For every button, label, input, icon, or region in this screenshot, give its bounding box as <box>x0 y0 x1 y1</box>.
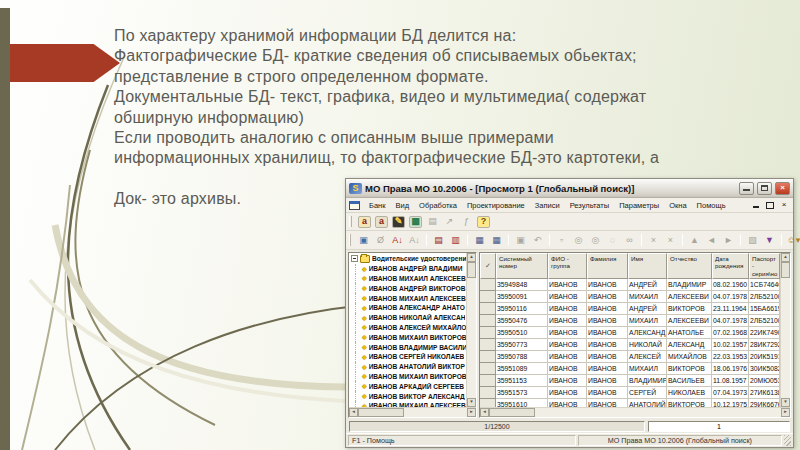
row-selector[interactable] <box>480 315 496 327</box>
row-selector[interactable] <box>480 363 496 375</box>
table-row[interactable]: 35950091ИВАНОВИВАНОВМИХАИЛАЛЕКСЕЕВИ04.07… <box>480 291 780 303</box>
row-selector[interactable] <box>480 303 496 315</box>
menu-item-5[interactable]: Результаты <box>565 200 615 211</box>
tree-item-12[interactable]: ◆ИВАНОВ АРКАДИЙ СЕРГЕЕВ <box>349 381 466 391</box>
help-icon[interactable]: ? <box>475 214 492 229</box>
select-all-header[interactable]: ✓ <box>480 253 496 279</box>
menu-item-0[interactable]: Банк <box>364 200 391 211</box>
table-row[interactable]: 35951610ИВАНОВИВАНОВАНАТОЛИЙВИКТОРОВ10.1… <box>480 399 780 407</box>
tree-item-8[interactable]: ◆ИВАНОВ ВЛАДИМИР ВАСИЛИ <box>349 342 466 352</box>
image-view-icon[interactable]: ▩ <box>407 214 424 229</box>
search-form-icon[interactable]: ▣ <box>355 233 372 248</box>
tree-item-4[interactable]: ◆ИВАНОВ АЛЕКСАНДР АНАТО <box>349 303 466 313</box>
menu-item-4[interactable]: Записи <box>530 200 565 211</box>
page-number-input[interactable] <box>648 421 790 432</box>
column-header-0[interactable]: Системный номер <box>496 253 548 279</box>
scrollbar-track[interactable] <box>467 278 476 398</box>
scroll-right-button[interactable]: ► <box>467 408 476 417</box>
menu-item-8[interactable]: Помощь <box>692 200 731 211</box>
collapse-icon[interactable] <box>351 255 358 262</box>
column-header-3[interactable]: Имя <box>628 253 667 279</box>
mdi-restore-button[interactable] <box>764 200 776 211</box>
scroll-up-button[interactable]: ▲ <box>781 253 790 262</box>
table-row[interactable]: 35950773ИВАНОВИВАНОВНИКОЛАЙАЛЕКСАНД10.02… <box>480 339 780 351</box>
scroll-down-button[interactable]: ▼ <box>467 398 476 407</box>
mdi-close-button[interactable]: × <box>778 200 790 211</box>
tree-item-10[interactable]: ◆ИВАНОВ АНАТОЛИЙ ВИКТОР <box>349 362 466 372</box>
row-selector[interactable] <box>480 387 496 399</box>
card-view-alt-icon[interactable]: а <box>373 214 390 229</box>
scrollbar-thumb[interactable] <box>467 262 476 278</box>
close-button[interactable]: × <box>775 182 790 195</box>
scrollbar-thumb[interactable] <box>489 408 535 417</box>
tree-horizontal-scrollbar[interactable]: ◄ ► <box>349 407 476 417</box>
table-row[interactable]: 35950510ИВАНОВИВАНОВАЛЕКСАНДАНАТОЛЬЕ07.0… <box>480 327 780 339</box>
scrollbar-track[interactable] <box>404 408 467 417</box>
column-header-5[interactable]: Дата рождения <box>712 253 749 279</box>
user-menu-icon[interactable]: ☺▾ <box>785 233 800 248</box>
tree-vertical-scrollbar[interactable]: ▲ ▼ <box>466 253 476 407</box>
tree-item-11[interactable]: ◆ИВАНОВ МИХАИЛ ВИКТОРОВ <box>349 372 466 382</box>
scroll-left-button[interactable]: ◄ <box>349 408 358 417</box>
scrollbar-track[interactable] <box>781 278 790 398</box>
tree-item-13[interactable]: ◆ИВАНОВ ВИКТОР АЛЕКСАНД <box>349 391 466 401</box>
resize-grip[interactable] <box>784 435 791 446</box>
tree-item-14[interactable]: ◆ИВАНОВ МИХАИЛ АЛЕКСЕЕВ <box>349 401 466 407</box>
row-selector[interactable] <box>480 291 496 303</box>
report-alt-icon[interactable]: ▥ <box>447 233 464 248</box>
table-row[interactable]: 35950788ИВАНОВИВАНОВАЛЕКСЕЙМИХАЙЛОВ22.03… <box>480 351 780 363</box>
report-icon[interactable]: ▤ <box>430 233 447 248</box>
card-view-icon[interactable]: а <box>356 214 373 229</box>
filter-icon[interactable]: ▼ <box>761 233 778 248</box>
tree-item-6[interactable]: ◆ИВАНОВ АЛЕКСЕЙ МИХАЙЛО <box>349 323 466 333</box>
column-header-6[interactable]: Паспорт - серия\но <box>749 253 780 279</box>
column-header-1[interactable]: ФИО - группа <box>548 253 587 279</box>
print-preview-icon[interactable]: ▦ <box>488 233 505 248</box>
scroll-up-button[interactable]: ▲ <box>467 253 476 262</box>
maximize-button[interactable] <box>757 182 772 195</box>
tree-item-0[interactable]: ◆ИВАНОВ АНДРЕЙ ВЛАДИМИ <box>349 264 466 274</box>
menu-item-3[interactable]: Проектирование <box>462 200 530 211</box>
menu-item-7[interactable]: Окна <box>664 200 691 211</box>
sort-icon[interactable]: А↓ <box>389 233 406 248</box>
window-titlebar[interactable]: S МО Права МО 10.2006 - [Просмотр 1 (Гло… <box>346 179 793 198</box>
table-row[interactable]: 35949848ИВАНОВИВАНОВАНДРЕЙВЛАДИМИР08.02.… <box>480 279 780 291</box>
tree-root[interactable]: Водительские удостоверения МО ( <box>349 254 466 264</box>
tree-item-1[interactable]: ◆ИВАНОВ МИХАИЛ АЛЕКСЕЕВ <box>349 274 466 284</box>
table-vertical-scrollbar[interactable]: ▲ ▼ <box>780 253 790 407</box>
row-selector[interactable] <box>480 351 496 363</box>
mdi-minimize-button[interactable] <box>750 200 762 211</box>
menu-item-2[interactable]: Обработка <box>414 200 462 211</box>
scroll-down-button[interactable]: ▼ <box>781 398 790 407</box>
menu-item-6[interactable]: Параметры <box>614 200 664 211</box>
table-row[interactable]: 35951573ИВАНОВИВАНОВСЕРГЕЙНИКОЛАЕВ07.04.… <box>480 387 780 399</box>
tree-item-2[interactable]: ◆ИВАНОВ АНДРЕЙ ВИКТОРОВ <box>349 283 466 293</box>
row-selector[interactable] <box>480 399 496 407</box>
row-selector[interactable] <box>480 279 496 291</box>
tree-item-3[interactable]: ◆ИВАНОВ МИХАИЛ АЛЕКСЕЕВ <box>349 293 466 303</box>
print-icon[interactable]: ▦ <box>471 233 488 248</box>
scrollbar-track[interactable] <box>535 408 781 417</box>
table-row[interactable]: 35951089ИВАНОВИВАНОВМИХАИЛВИКТОРОВ18.06.… <box>480 363 780 375</box>
toolbar-grip[interactable] <box>349 216 352 228</box>
tree-item-9[interactable]: ◆ИВАНОВ СЕРГЕЙ НИКОЛАЕВ <box>349 352 466 362</box>
tree-item-7[interactable]: ◆ИВАНОВ МИХАИЛ ВИКТОРОВ <box>349 332 466 342</box>
table-row[interactable]: 35950476ИВАНОВИВАНОВМИХАИЛАЛЕКСЕЕВИ04.07… <box>480 315 780 327</box>
table-row[interactable]: 35951153ИВАНОВИВАНОВВЛАДИМИРВАСИЛЬЕВ11.0… <box>480 375 780 387</box>
table-horizontal-scrollbar[interactable]: ◄ ► <box>480 407 790 417</box>
row-selector[interactable] <box>480 327 496 339</box>
mdi-document-icon[interactable] <box>349 201 360 210</box>
table-row[interactable]: 35950116ИВАНОВИВАНОВАНДРЕЙВИКТОРОВ23.11.… <box>480 303 780 315</box>
edit-record-icon[interactable]: ✎ <box>390 214 407 229</box>
minimize-button[interactable] <box>739 182 754 195</box>
scroll-left-button[interactable]: ◄ <box>480 408 489 417</box>
row-selector[interactable] <box>480 375 496 387</box>
row-selector[interactable] <box>480 339 496 351</box>
toolbar-grip[interactable] <box>349 234 351 247</box>
scrollbar-thumb[interactable] <box>781 262 790 278</box>
scrollbar-thumb[interactable] <box>358 408 404 417</box>
tree-item-5[interactable]: ◆ИВАНОВ НИКОЛАЙ АЛЕКСАН <box>349 313 466 323</box>
menu-item-1[interactable]: Вид <box>391 200 415 211</box>
scroll-right-button[interactable]: ► <box>781 408 790 417</box>
column-header-4[interactable]: Отчество <box>667 253 712 279</box>
